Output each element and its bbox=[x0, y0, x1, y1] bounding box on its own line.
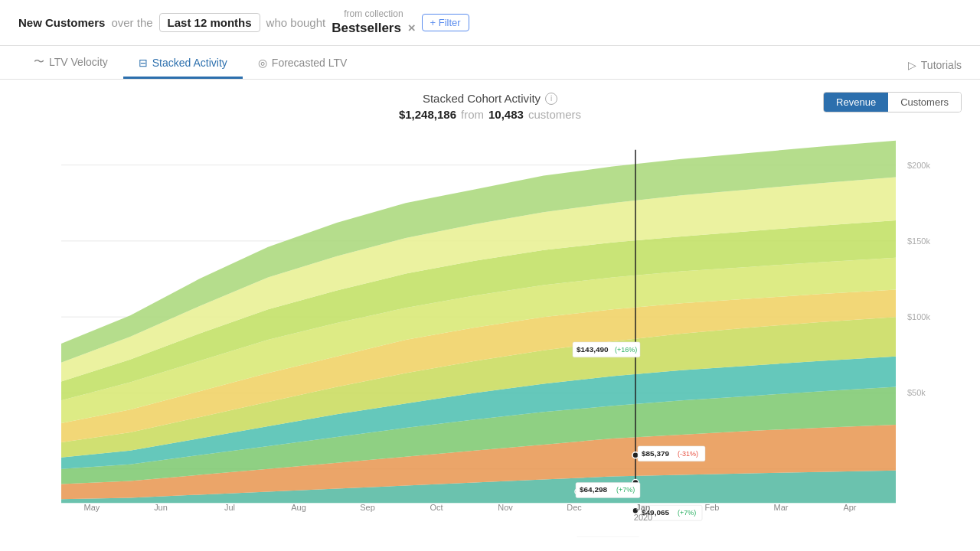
ltv-icon: 〜 bbox=[34, 55, 44, 69]
svg-text:(+7%): (+7%) bbox=[678, 509, 696, 517]
stacked-chart: $200k $150k $100k $50k bbox=[0, 127, 980, 537]
tab-ltv-velocity[interactable]: 〜 LTV Velocity bbox=[18, 47, 123, 79]
svg-text:$100k: $100k bbox=[907, 312, 930, 321]
info-icon[interactable]: i bbox=[545, 93, 557, 105]
svg-text:Nov: Nov bbox=[498, 503, 513, 512]
svg-text:$143,490: $143,490 bbox=[577, 345, 609, 354]
chart-header: Stacked Cohort Activity i $1,248,186 fro… bbox=[0, 80, 980, 127]
chart-svg-container: $200k $150k $100k $50k bbox=[0, 127, 980, 537]
top-bar: New Customers over the Last 12 months wh… bbox=[0, 0, 980, 46]
tutorials-button[interactable]: ▷ Tutorials bbox=[908, 51, 962, 79]
svg-text:(+7%): (+7%) bbox=[616, 486, 635, 494]
svg-text:Sep: Sep bbox=[360, 503, 375, 512]
svg-text:May: May bbox=[84, 503, 100, 512]
chart-title: Stacked Cohort Activity i bbox=[423, 92, 557, 105]
svg-text:$64,298: $64,298 bbox=[580, 485, 608, 494]
svg-text:$200k: $200k bbox=[907, 161, 930, 170]
chart-subtitle: $1,248,186 from 10,483 customers bbox=[399, 108, 581, 121]
tab-stacked-activity[interactable]: ⊟ Stacked Activity bbox=[123, 49, 243, 79]
collection-wrap: from collection Bestsellers × bbox=[332, 10, 415, 36]
svg-text:$85,379: $85,379 bbox=[642, 449, 670, 458]
filter-button[interactable]: + Filter bbox=[422, 14, 469, 31]
svg-text:Oct: Oct bbox=[430, 503, 443, 512]
svg-text:Jul: Jul bbox=[224, 503, 235, 512]
last-12-pill[interactable]: Last 12 months bbox=[159, 13, 260, 32]
tabs-list: 〜 LTV Velocity ⊟ Stacked Activity ◎ Fore… bbox=[18, 47, 362, 79]
revenue-toggle[interactable]: Revenue bbox=[824, 93, 888, 112]
over-the-label: over the bbox=[111, 16, 152, 29]
chart-area: Stacked Cohort Activity i $1,248,186 fro… bbox=[0, 80, 980, 551]
svg-text:$50k: $50k bbox=[907, 388, 926, 397]
svg-text:(+16%): (+16%) bbox=[615, 346, 637, 354]
svg-text:Aug: Aug bbox=[291, 503, 306, 512]
svg-text:(-31%): (-31%) bbox=[678, 450, 698, 458]
svg-text:Jun: Jun bbox=[154, 503, 168, 512]
svg-text:Dec: Dec bbox=[567, 503, 582, 512]
tabs-bar: 〜 LTV Velocity ⊟ Stacked Activity ◎ Fore… bbox=[0, 46, 980, 80]
from-collection-label: from collection bbox=[344, 8, 403, 19]
customers-toggle[interactable]: Customers bbox=[888, 93, 961, 112]
svg-text:Feb: Feb bbox=[705, 503, 720, 512]
new-customers-label: New Customers bbox=[18, 16, 105, 29]
forecast-icon: ◎ bbox=[258, 57, 267, 69]
bestsellers-label: Bestsellers × bbox=[332, 21, 415, 36]
stacked-icon: ⊟ bbox=[139, 57, 148, 69]
tab-forecasted-ltv[interactable]: ◎ Forecasted LTV bbox=[243, 49, 363, 79]
svg-text:2020: 2020 bbox=[634, 513, 652, 522]
remove-collection-btn[interactable]: × bbox=[404, 21, 416, 35]
svg-text:$150k: $150k bbox=[907, 236, 930, 246]
toggle-buttons: Revenue Customers bbox=[823, 92, 962, 112]
who-bought-label: who bought bbox=[266, 16, 326, 29]
svg-text:Jan: Jan bbox=[636, 503, 651, 512]
svg-text:Mar: Mar bbox=[774, 503, 789, 512]
tutorials-icon: ▷ bbox=[908, 59, 916, 71]
svg-text:Apr: Apr bbox=[843, 503, 856, 512]
